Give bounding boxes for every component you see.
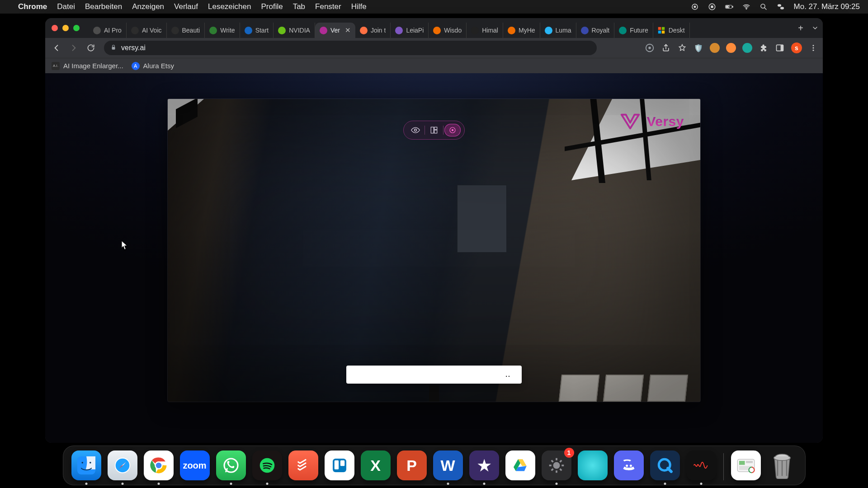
dock-app-safari[interactable] (108, 450, 137, 480)
reload-button[interactable] (84, 41, 98, 55)
dock-app-settings[interactable]: 1 (542, 450, 571, 480)
tab[interactable]: AI Voic (127, 23, 167, 38)
control-center-icon[interactable] (777, 3, 785, 11)
tab[interactable]: LeiaPi (391, 23, 429, 38)
tab[interactable]: Himal (467, 23, 503, 38)
svg-point-42 (553, 462, 560, 469)
back-button[interactable] (50, 41, 63, 55)
tab[interactable]: Luma (540, 23, 576, 38)
extension-orange-icon[interactable] (710, 43, 720, 53)
versy-mode-pill (403, 121, 465, 140)
menu-fenster[interactable]: Fenster (315, 2, 341, 11)
profile-avatar[interactable]: s (791, 42, 802, 53)
tab[interactable]: Wisdo (429, 23, 467, 38)
dock-app-powerpoint[interactable]: P (397, 450, 427, 480)
record-indicator-icon[interactable] (691, 3, 699, 11)
menubar-datetime[interactable]: Mo. 27. März 09:25 (794, 2, 860, 11)
bookmark-item[interactable]: A Alura Etsy (132, 62, 174, 70)
chrome-toolbar: versy.ai 🛡️ s (45, 38, 823, 58)
tab-label: AI Voic (142, 27, 162, 34)
address-bar[interactable]: versy.ai (104, 41, 597, 55)
tab[interactable]: MyHe (503, 23, 540, 38)
menu-anzeigen[interactable]: Anzeigen (132, 2, 164, 11)
lock-icon (110, 44, 117, 52)
dock-app-voicememos[interactable] (686, 450, 716, 480)
search-icon[interactable] (760, 3, 768, 11)
side-panel-icon[interactable] (775, 43, 785, 53)
menu-hilfe[interactable]: Hilfe (351, 2, 367, 11)
tab[interactable]: Start (240, 23, 274, 38)
wifi-icon[interactable] (742, 3, 750, 11)
window-minimize-button[interactable] (62, 25, 69, 31)
svg-rect-3 (711, 6, 713, 8)
tab-active[interactable]: Ver✕ (315, 23, 355, 38)
bookmark-favicon: A.I. (52, 62, 60, 70)
tab[interactable]: Deskt (653, 23, 690, 38)
tab-label: MyHe (519, 27, 535, 34)
dock-app-discord[interactable] (614, 450, 644, 480)
menu-verlauf[interactable]: Verlauf (174, 2, 198, 11)
tabs-overflow-button[interactable] (807, 24, 823, 32)
versy-view-button[interactable] (407, 124, 424, 136)
dock-app-drive[interactable] (505, 450, 535, 480)
extension-teal-icon[interactable] (742, 43, 752, 53)
dock-app-todoist[interactable] (288, 450, 318, 480)
tab-favicon-icon (209, 27, 217, 34)
dock-app-trash[interactable] (767, 450, 797, 480)
window-zoom-button[interactable] (73, 25, 80, 31)
dock-app-finder[interactable] (71, 450, 101, 480)
bookmark-star-icon[interactable] (677, 43, 687, 53)
extension-shield-icon[interactable]: 🛡️ (693, 43, 703, 53)
battery-icon[interactable] (725, 3, 733, 11)
tab[interactable]: Beauti (167, 23, 205, 38)
tab[interactable]: Join t (355, 23, 391, 38)
tab-favicon-icon (131, 27, 139, 34)
menu-bearbeiten[interactable]: Bearbeiten (85, 2, 122, 11)
tab-close-icon[interactable]: ✕ (345, 26, 351, 34)
tab[interactable]: Future (614, 23, 653, 38)
svg-point-7 (745, 8, 746, 9)
share-icon[interactable] (661, 43, 671, 53)
menu-datei[interactable]: Datei (57, 2, 75, 11)
dock-app-imovie[interactable]: ★ (469, 450, 499, 480)
chrome-menu-icon[interactable] (808, 43, 818, 53)
extension-orange2-icon[interactable] (726, 43, 736, 53)
tab-favicon-icon (245, 27, 252, 34)
tab[interactable]: Write (205, 23, 240, 38)
new-tab-button[interactable]: + (794, 21, 807, 35)
dock-divider (723, 453, 724, 480)
dock-app-word[interactable]: W (433, 450, 463, 480)
extensions-puzzle-icon[interactable] (759, 43, 769, 53)
tab-label: Write (220, 27, 235, 34)
forward-button[interactable] (67, 41, 80, 55)
dock-app-zoom[interactable]: zoom (180, 450, 210, 480)
menu-lesezeichen[interactable]: Lesezeichen (208, 2, 251, 11)
chrome-window: AI ProAI VoicBeautiWriteStartNVIDIAVer✕J… (45, 18, 823, 443)
google-lens-icon[interactable] (645, 43, 655, 53)
versy-layout-button[interactable] (426, 124, 442, 136)
dock-app-quicktime[interactable] (650, 450, 680, 480)
menu-tab[interactable]: Tab (293, 2, 305, 11)
dock-app-whatsapp[interactable] (216, 450, 246, 480)
dock-app-spotify[interactable] (252, 450, 282, 480)
versy-canvas[interactable]: Versy .. (167, 99, 701, 402)
tab[interactable]: NVIDIA (274, 23, 315, 38)
bookmark-item[interactable]: A.I. AI Image Enlarger... (52, 62, 123, 70)
tab[interactable]: Royalt (576, 23, 615, 38)
versy-prompt-input[interactable]: .. (346, 366, 522, 384)
menu-profile[interactable]: Profile (261, 2, 283, 11)
dock-app-excel[interactable]: X (361, 450, 391, 480)
menubar-app-name[interactable]: Chrome (18, 2, 47, 11)
tab-favicon-icon (433, 27, 441, 34)
window-close-button[interactable] (52, 25, 58, 31)
svg-point-44 (629, 465, 632, 467)
tab-label: LeiaPi (406, 27, 424, 34)
dock-app-screenshot[interactable] (731, 450, 761, 480)
versy-record-button[interactable] (444, 124, 461, 136)
dock-app-trello[interactable] (325, 450, 354, 480)
tab-label: Ver (330, 27, 340, 34)
stop-indicator-icon[interactable] (708, 3, 716, 11)
tab[interactable]: AI Pro (89, 23, 127, 38)
dock-app-teal[interactable] (578, 450, 608, 480)
dock-app-chrome[interactable] (144, 450, 174, 480)
